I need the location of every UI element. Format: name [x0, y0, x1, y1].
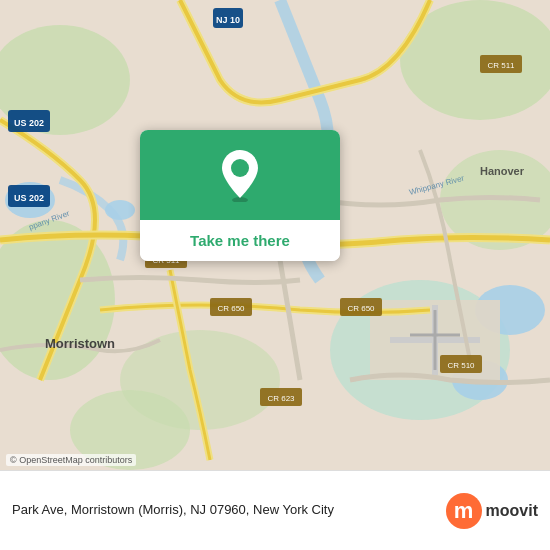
svg-text:CR 650: CR 650 [217, 304, 245, 313]
location-pin-icon [218, 148, 262, 202]
svg-text:NJ 10: NJ 10 [216, 15, 240, 25]
svg-text:Morristown: Morristown [45, 336, 115, 351]
moovit-logo-mark: m [446, 493, 482, 529]
take-me-there-button[interactable]: Take me there [140, 220, 340, 261]
svg-point-40 [231, 159, 249, 177]
bottom-text-area: Park Ave, Morristown (Morris), NJ 07960,… [12, 501, 436, 519]
location-card: Take me there [140, 130, 340, 261]
moovit-logo: m moovit [446, 493, 538, 529]
svg-text:CR 510: CR 510 [447, 361, 475, 370]
svg-text:CR 650: CR 650 [347, 304, 375, 313]
svg-text:CR 623: CR 623 [267, 394, 295, 403]
bottom-bar: Park Ave, Morristown (Morris), NJ 07960,… [0, 470, 550, 550]
card-header [140, 130, 340, 220]
address-text: Park Ave, Morristown (Morris), NJ 07960,… [12, 501, 436, 519]
map-container: US 202 US 202 NJ 10 CR 511 CR 511 CR 650… [0, 0, 550, 470]
svg-text:Hanover: Hanover [480, 165, 525, 177]
moovit-brand-name: moovit [486, 502, 538, 520]
svg-text:US 202: US 202 [14, 193, 44, 203]
svg-text:CR 511: CR 511 [487, 61, 515, 70]
svg-text:US 202: US 202 [14, 118, 44, 128]
map-attribution: © OpenStreetMap contributors [6, 454, 136, 466]
